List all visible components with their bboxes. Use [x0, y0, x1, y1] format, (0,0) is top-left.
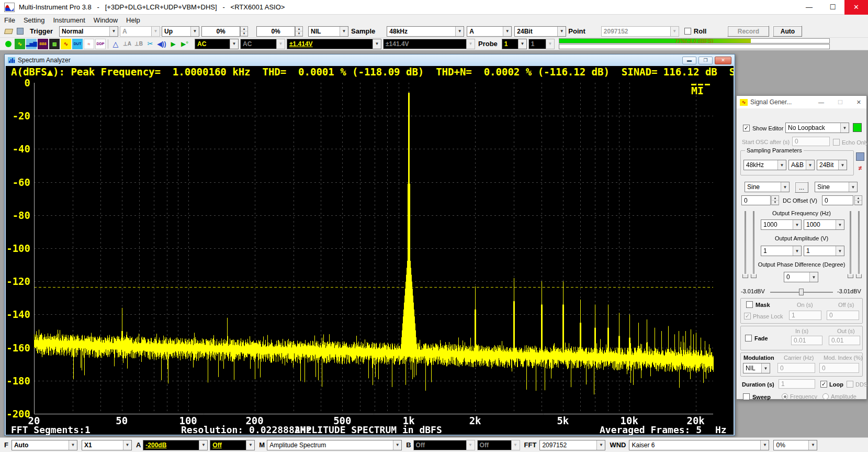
signal-generator-icon[interactable]: ∿ [61, 39, 71, 49]
dds-checkbox[interactable]: DDS [847, 381, 867, 388]
overlap-select[interactable]: 0%▼ [773, 440, 817, 450]
auto-button[interactable]: Auto [773, 26, 802, 37]
range-a-select[interactable]: ±1.414V▼ [287, 39, 381, 49]
loop-checkbox[interactable]: ✓Loop [820, 381, 843, 388]
save-icon[interactable] [15, 26, 25, 37]
trigger-source-select[interactable]: A▼ [120, 26, 160, 37]
spectrum-analyzer-titlebar[interactable]: Spectrum Analyzer ▬ ❐ ✕ [5, 54, 735, 66]
menu-window[interactable]: Window [89, 15, 122, 25]
menu-instrument[interactable]: Instrument [49, 15, 89, 25]
b-range-select[interactable]: Off▼ [413, 440, 475, 450]
play-loop-icon[interactable]: ▶° [179, 39, 190, 49]
sweep-frequency-radio[interactable]: Frequency [782, 393, 817, 400]
generator-sampling-rate-select[interactable]: 48kHz▼ [743, 160, 786, 170]
echo-only-checkbox[interactable]: Echo Only [833, 139, 868, 146]
range-b-select[interactable]: ±141.4V▼ [383, 39, 475, 49]
mod-index-input[interactable]: 0 [819, 363, 859, 373]
roll-checkbox[interactable]: Roll [684, 27, 707, 35]
save-waveform-icon[interactable] [856, 152, 864, 161]
bit-resolution-select[interactable]: 24Bit▼ [514, 26, 566, 37]
a-shift-select[interactable]: Off▼ [210, 440, 255, 450]
generator-bits-select[interactable]: 24Bit▼ [817, 160, 847, 170]
slider-thumb[interactable] [751, 274, 757, 278]
frequency-axis-select[interactable]: Auto▼ [12, 440, 77, 450]
waveform-a-select[interactable]: Sine▼ [745, 182, 790, 192]
dc-offset-a-stepper[interactable]: ▲▼ [771, 195, 779, 205]
sweep-checkbox[interactable]: Sweep [743, 393, 771, 400]
probe-calibration-icon[interactable]: ✂ [145, 39, 155, 49]
sampling-channel-select[interactable]: A▼ [467, 26, 512, 37]
a-range-select[interactable]: -200dB▼ [143, 440, 208, 450]
coupling-b-select[interactable]: AC▼ [240, 39, 285, 49]
multimeter-icon[interactable]: 888 [38, 39, 48, 49]
amplitude-slider-b2[interactable] [858, 211, 860, 278]
view-mode-select[interactable]: Amplitude Spectrum▼ [267, 440, 402, 450]
trigger-mode-select[interactable]: Normal▼ [59, 26, 118, 37]
speaker-icon[interactable]: ◀)) [156, 39, 167, 49]
mask-off-input[interactable]: 0 [827, 311, 859, 320]
probe-a-select[interactable]: 1▼ [502, 39, 527, 49]
run-generator-button[interactable] [853, 123, 862, 132]
phase-select[interactable]: 0▼ [784, 272, 818, 282]
record-button[interactable]: Record [727, 26, 769, 37]
waveform-library-icon[interactable]: ≠ [856, 164, 864, 172]
more-waveforms-button[interactable]: ... [795, 182, 808, 193]
balance-slider-thumb[interactable] [799, 289, 804, 295]
slider-thumb[interactable] [742, 274, 748, 278]
calibration-bell-icon[interactable]: △ [110, 39, 121, 49]
generator-channels-select[interactable]: A&B▼ [788, 160, 815, 170]
menu-file[interactable]: File [0, 15, 19, 25]
start-osc-input[interactable]: 0 [792, 137, 830, 146]
window-minimize-button[interactable]: ▬ [682, 57, 696, 64]
amplitude-slider-b1[interactable] [850, 211, 851, 278]
fade-in-input[interactable]: 0.01 [791, 336, 822, 345]
trigger-delay-stepper[interactable]: ▲▼ [295, 26, 303, 37]
spectrum-plot[interactable] [6, 78, 734, 426]
menu-setting[interactable]: Setting [19, 15, 49, 25]
ground-b-icon[interactable]: ⊥B [133, 39, 144, 49]
record-length-select[interactable]: 2097152▼ [601, 26, 679, 37]
ddp-viewer-icon[interactable]: DDP [95, 39, 106, 49]
frequency-rejection-select[interactable]: NIL▼ [308, 26, 348, 37]
device-test-plan-icon[interactable]: DUT [72, 39, 83, 49]
dc-offset-b-stepper[interactable]: ▲▼ [854, 195, 862, 205]
amplitude-slider-a1[interactable] [745, 211, 746, 278]
show-editor-checkbox[interactable]: ✓Show Editor [743, 125, 783, 131]
window-close-button[interactable]: ✕ [856, 99, 861, 106]
window-maximize-button[interactable]: ☐ [838, 99, 843, 106]
dc-offset-a-input[interactable]: 0 [741, 195, 771, 205]
coupling-a-select[interactable]: AC▼ [195, 39, 239, 49]
loopback-select[interactable]: No Loopback▼ [785, 123, 849, 133]
trigger-delay-input[interactable]: 0% [256, 26, 295, 37]
zoom-select[interactable]: X1▼ [82, 440, 132, 450]
trigger-level-input[interactable]: 0% [201, 26, 240, 37]
probe-b-select[interactable]: 1▼ [528, 39, 555, 49]
fft-size-select[interactable]: 2097152▼ [539, 440, 605, 450]
b-shift-select[interactable]: Off▼ [477, 440, 520, 450]
dc-offset-b-input[interactable]: 0 [822, 195, 853, 205]
sweep-amplitude-radio[interactable]: Amplitude [822, 393, 856, 400]
oscilloscope-icon[interactable]: ∿ [15, 39, 25, 49]
run-icon[interactable] [3, 39, 14, 49]
slider-thumb[interactable] [848, 274, 853, 278]
sampling-rate-select[interactable]: 48kHz▼ [387, 26, 464, 37]
maximize-button[interactable]: ☐ [821, 0, 844, 15]
mask-checkbox[interactable]: Mask [746, 301, 770, 308]
trigger-edge-select[interactable]: Up▼ [162, 26, 199, 37]
amplitude-slider-a2[interactable] [753, 211, 754, 278]
carrier-input[interactable]: 0 [777, 363, 815, 373]
frequency-a-select[interactable]: 1000▼ [761, 219, 802, 230]
slider-thumb[interactable] [856, 274, 862, 278]
spectrum-3d-icon[interactable]: ▨ [49, 39, 60, 49]
fade-checkbox[interactable]: Fade [745, 335, 768, 341]
minimize-button[interactable]: — [797, 0, 821, 15]
window-close-button[interactable]: ✕ [715, 57, 731, 64]
data-logger-icon[interactable]: ≈ [84, 39, 94, 49]
window-function-select[interactable]: Kaiser 6▼ [629, 440, 769, 450]
window-minimize-button[interactable]: — [818, 99, 824, 106]
fade-out-input[interactable]: 0.01 [829, 336, 860, 345]
close-button[interactable]: ✕ [844, 0, 868, 15]
frequency-b-select[interactable]: 1000▼ [804, 219, 844, 230]
trigger-level-stepper[interactable]: ▲▼ [240, 26, 248, 37]
duration-input[interactable]: 1 [779, 379, 815, 389]
